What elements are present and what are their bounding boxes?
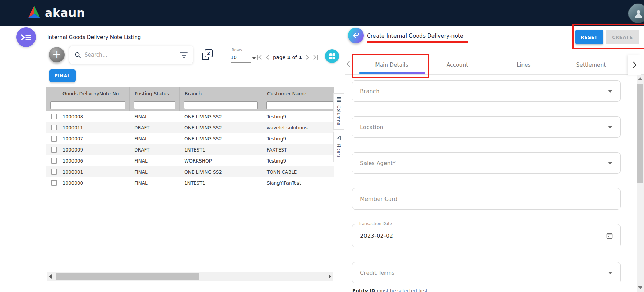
rows-per-page-select[interactable]: 10	[231, 54, 251, 63]
column-header[interactable]: Goods DeliveryNote No	[46, 87, 129, 99]
chevron-down-icon	[252, 57, 256, 59]
last-page-button[interactable]	[313, 55, 318, 60]
row-checkbox[interactable]	[51, 147, 57, 153]
column-header[interactable]: Customer Name	[262, 87, 334, 99]
page-indicator: page 1 of 1	[273, 55, 302, 60]
vertical-scrollbar-thumb[interactable]	[637, 84, 643, 183]
table-row[interactable]: 1000001 FINAL ONE LIVING SS2 TONN CABLE	[46, 166, 334, 177]
field-member-card[interactable]: Member Card	[352, 188, 621, 210]
vertical-scrollbar[interactable]	[637, 75, 644, 292]
horizontal-scrollbar-thumb[interactable]	[56, 273, 199, 280]
pagination: page 1 of 1	[257, 55, 318, 60]
row-checkbox[interactable]	[51, 114, 57, 119]
filter-input-customer-name[interactable]	[266, 101, 334, 109]
cell-customer-name: Testing9	[262, 136, 334, 142]
search-input[interactable]	[85, 52, 177, 58]
field-label: Credit Terms	[360, 270, 394, 276]
page-total: 1	[299, 55, 302, 60]
delivery-note-table: Goods DeliveryNote No Posting Status Bra…	[46, 87, 334, 282]
side-tab-filters[interactable]: Filters	[333, 132, 344, 162]
status-filter-chip[interactable]: FINAL	[49, 69, 76, 82]
table-row[interactable]: 1000009 DRAFT 1NTEST1 FAXTEST	[46, 144, 334, 155]
horizontal-scrollbar[interactable]	[47, 272, 333, 281]
cell-posting-status: FINAL	[129, 158, 179, 164]
back-arrow-icon	[352, 31, 360, 40]
cell-posting-status: FINAL	[129, 169, 179, 175]
cell-customer-name: SiangYiFanTest	[262, 180, 334, 186]
cell-customer-name: Testing9	[262, 114, 334, 119]
chevron-down-icon	[608, 90, 612, 93]
columns-icon	[336, 97, 341, 102]
table-row[interactable]: 1000006 FINAL WORKSHOP Testing9	[46, 155, 334, 166]
tab-main-details[interactable]: Main Details	[362, 55, 421, 74]
cell-branch: ONE LIVING SS2	[179, 114, 262, 119]
listing-title: Internal Goods Delivery Note Listing	[47, 34, 141, 40]
table-header-row: Goods DeliveryNote No Posting Status Bra…	[46, 87, 334, 99]
row-checkbox[interactable]	[51, 125, 57, 130]
brand: akaun	[27, 5, 85, 20]
grid-icon	[329, 53, 335, 59]
field-transaction-date[interactable]: Transaction Date 2023-02-02	[352, 224, 621, 247]
row-checkbox[interactable]	[51, 136, 57, 142]
field-credit-terms[interactable]: Credit Terms	[352, 262, 621, 283]
prompt-menu-icon	[21, 33, 32, 41]
cell-posting-status: DRAFT	[129, 125, 179, 130]
topbar: akaun	[0, 0, 644, 26]
grid-view-button[interactable]	[325, 49, 339, 63]
sidebar	[0, 26, 28, 292]
reset-button[interactable]: RESET	[575, 30, 603, 44]
active-app-badge[interactable]	[16, 27, 36, 47]
tab-lines[interactable]: Lines	[504, 55, 544, 74]
cell-posting-status: FINAL	[129, 180, 179, 186]
cell-goods-deliverynote-no: 1000009	[62, 147, 83, 153]
scroll-right-arrow-icon[interactable]	[329, 274, 331, 279]
table-row[interactable]: 1000008 FINAL ONE LIVING SS2 Testing9	[46, 111, 334, 122]
table-body: 1000008 FINAL ONE LIVING SS2 Testing9 10…	[46, 111, 334, 188]
duplicate-view-button[interactable]: 2	[202, 49, 213, 60]
cell-customer-name: wavelet solutions	[262, 125, 334, 130]
cell-goods-deliverynote-no: 1000008	[62, 114, 83, 119]
table-row[interactable]: 1000011 DRAFT ONE LIVING SS2 wavelet sol…	[46, 122, 334, 133]
create-button-disabled[interactable]: CREATE	[606, 30, 639, 44]
cell-customer-name: Testing9	[262, 158, 334, 164]
field-label: Branch	[360, 88, 379, 95]
scroll-up-arrow-icon[interactable]	[638, 77, 642, 80]
side-tab-columns[interactable]: Columns	[333, 93, 344, 130]
add-record-button[interactable]: +	[49, 47, 65, 62]
search-box	[69, 46, 193, 64]
back-button[interactable]	[348, 28, 364, 43]
filter-input-branch[interactable]	[184, 101, 258, 109]
tab-account[interactable]: Account	[435, 55, 480, 74]
active-tab-underline	[359, 72, 425, 74]
field-location[interactable]: Location	[352, 116, 621, 138]
tabs-scroll-left-button[interactable]	[346, 60, 350, 69]
scroll-down-arrow-icon[interactable]	[638, 286, 642, 289]
annotation-red-underline	[367, 41, 468, 43]
user-avatar[interactable]	[628, 3, 644, 23]
column-header[interactable]: Branch	[179, 87, 262, 99]
field-sales-agent[interactable]: Sales Agent*	[352, 152, 621, 174]
row-checkbox[interactable]	[51, 180, 57, 186]
table-row[interactable]: 1000007 FINAL ONE LIVING SS2 Testing9	[46, 133, 334, 144]
filter-input-posting-status[interactable]	[134, 101, 175, 109]
field-branch[interactable]: Branch	[352, 80, 621, 102]
row-checkbox[interactable]	[51, 158, 57, 164]
filter-input-goods-deliverynote-no[interactable]	[50, 101, 125, 109]
tabs-scroll-right-button[interactable]	[628, 55, 641, 75]
cell-customer-name: FAXTEST	[262, 147, 334, 153]
first-page-button[interactable]	[257, 55, 262, 60]
next-page-button[interactable]	[306, 55, 309, 60]
row-checkbox[interactable]	[51, 169, 57, 175]
calendar-icon[interactable]	[606, 232, 613, 241]
filter-list-icon[interactable]	[180, 52, 188, 58]
form-footnote: Entity ID must be selected first	[352, 288, 428, 292]
field-label: Location	[360, 124, 383, 130]
cell-branch: WORKSHOP	[179, 158, 262, 164]
column-header[interactable]: Posting Status	[129, 87, 179, 99]
scroll-left-arrow-icon[interactable]	[49, 274, 52, 279]
page-number: 1	[287, 55, 291, 60]
prev-page-button[interactable]	[266, 55, 269, 60]
table-row[interactable]: 1000000 FINAL 1NTEST1 SiangYiFanTest	[46, 177, 334, 188]
tab-settlement[interactable]: Settlement	[566, 55, 616, 74]
rows-per-page-value: 10	[231, 55, 237, 60]
